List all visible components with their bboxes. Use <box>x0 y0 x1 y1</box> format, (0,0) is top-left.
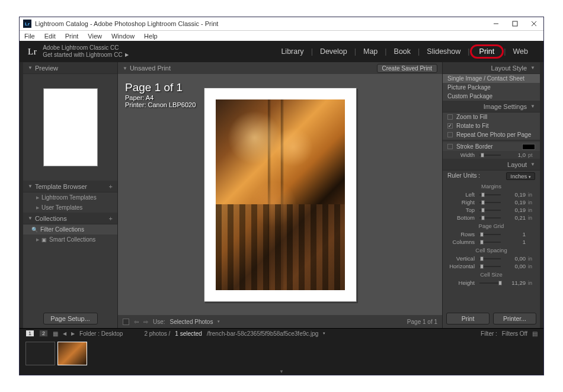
image-settings-label: Image Settings <box>484 103 527 110</box>
module-develop[interactable]: Develop <box>313 47 354 56</box>
next-page-icon[interactable]: ⇨ <box>143 319 148 325</box>
zoom-to-fill-row[interactable]: Zoom to Fill <box>443 113 540 121</box>
module-library[interactable]: Library <box>274 47 311 56</box>
stroke-border-row[interactable]: Stroke Border <box>443 142 540 151</box>
triangle-down-icon: ▼ <box>530 162 535 167</box>
checkbox-icon[interactable] <box>447 114 453 120</box>
module-web[interactable]: Web <box>506 47 535 56</box>
chevron-down-icon: ▾ <box>529 175 531 179</box>
right-collapse-handle[interactable] <box>540 62 543 328</box>
margin-slider[interactable]: Top0,19in <box>443 206 540 214</box>
margin-slider[interactable]: Bottom0,21in <box>443 214 540 221</box>
grid-slider[interactable]: Rows1 <box>443 230 540 238</box>
use-value[interactable]: Selected Photos <box>170 319 213 325</box>
layout-style-header[interactable]: Layout Style ▼ <box>443 62 540 74</box>
image-settings-header[interactable]: Image Settings ▼ <box>443 101 540 113</box>
module-print[interactable]: Print <box>470 44 504 59</box>
color-swatch[interactable] <box>522 144 535 150</box>
play-icon: ▶ <box>125 52 129 59</box>
filter-value[interactable]: Filters Off <box>502 330 527 337</box>
collections-label: Collections <box>35 215 67 222</box>
monitor-1-button[interactable]: 1 <box>25 330 34 337</box>
module-book[interactable]: Book <box>387 47 418 56</box>
cellsize-slider[interactable]: Height11,29in <box>443 279 540 287</box>
prev-page-icon[interactable]: ⇦ <box>134 319 139 325</box>
tagline[interactable]: Get started with Lightroom CC <box>43 52 123 59</box>
dropdown-icon[interactable]: ▾ <box>217 319 220 324</box>
photo-preview[interactable] <box>216 99 345 290</box>
smart-collections-item[interactable]: ▶ ▣ Smart Collections <box>23 234 117 245</box>
filter-lock-icon[interactable]: ▤ <box>532 330 538 337</box>
template-browser-header[interactable]: ▼ Template Browser + <box>23 181 117 192</box>
nav-back-icon[interactable]: ◀ <box>63 331 66 336</box>
print-canvas[interactable]: Page 1 of 1 Paper: A4 Printer: Canon LBP… <box>118 74 442 315</box>
grid-icon[interactable]: ▦ <box>53 330 58 337</box>
nav-fwd-icon[interactable]: ▶ <box>71 331 75 336</box>
folder-label[interactable]: Folder : Desktop <box>79 330 123 337</box>
preview-area <box>23 74 117 181</box>
page-info-overlay: Page 1 of 1 Paper: A4 Printer: Canon LBP… <box>125 81 196 108</box>
checkbox-icon[interactable] <box>447 144 453 149</box>
style-picture-package[interactable]: Picture Package <box>443 83 540 92</box>
ruler-units-row: Ruler Units : Inches ▾ <box>443 171 540 182</box>
window-title: Lightroom Catalog - Adobe Photoshop Ligh… <box>35 20 218 27</box>
menu-file[interactable]: File <box>20 33 40 40</box>
filename-dropdown-icon[interactable]: ▾ <box>323 331 325 336</box>
spacing-slider[interactable]: Vertical0,00in <box>443 255 540 262</box>
spacing-slider[interactable]: Horizontal0,00in <box>443 262 540 270</box>
thumbnail[interactable] <box>25 342 55 365</box>
menu-help[interactable]: Help <box>139 33 162 40</box>
maximize-button[interactable] <box>506 17 524 30</box>
user-templates-item[interactable]: ▶User Templates <box>23 203 117 213</box>
stroke-width-slider[interactable]: Width1,0pt <box>443 151 540 159</box>
menu-window[interactable]: Window <box>107 33 139 40</box>
logo: Lr <box>28 47 37 57</box>
collections-header[interactable]: ▼ Collections + <box>23 213 117 224</box>
center-toolbar: ⇦ ⇨ Use: Selected Photos ▾ Page 1 of 1 <box>118 315 442 328</box>
layout-header[interactable]: Layout ▼ <box>443 159 540 171</box>
top-bar: Lr Adobe Lightroom Classic CC Get starte… <box>20 41 543 62</box>
unsaved-print-label: Unsaved Print <box>130 65 171 72</box>
triangle-down-icon: ▼ <box>28 65 33 70</box>
footer-page-label: Page 1 of 1 <box>407 319 437 325</box>
use-label: Use: <box>153 319 165 325</box>
thumbnail-selected[interactable] <box>57 342 87 365</box>
module-map[interactable]: Map <box>356 47 385 56</box>
print-button[interactable]: Print <box>446 313 490 324</box>
style-single-image[interactable]: Single Image / Contact Sheet <box>443 74 540 83</box>
printer-button[interactable]: Printer... <box>493 313 536 324</box>
margin-slider[interactable]: Left0,19in <box>443 191 540 198</box>
module-picker: Library| Develop| Map| Book| Slideshow| … <box>274 44 535 59</box>
add-template-icon[interactable]: + <box>109 183 113 190</box>
rotate-to-fit-row[interactable]: ✓Rotate to Fit <box>443 121 540 130</box>
margin-slider[interactable]: Right0,19in <box>443 198 540 206</box>
grid-slider[interactable]: Columns1 <box>443 238 540 246</box>
filmstrip[interactable] <box>20 338 543 369</box>
filmstrip-collapse-handle[interactable]: ▼ <box>20 369 543 375</box>
page-setup-button[interactable]: Page Setup... <box>43 313 98 324</box>
checkbox-icon[interactable] <box>447 132 453 137</box>
menu-edit[interactable]: Edit <box>40 33 60 40</box>
lightroom-templates-item[interactable]: ▶Lightroom Templates <box>23 192 117 203</box>
menu-print[interactable]: Print <box>60 33 84 40</box>
triangle-down-icon: ▼ <box>28 184 33 189</box>
close-button[interactable] <box>524 17 543 30</box>
checkbox-icon[interactable]: ✓ <box>447 123 453 128</box>
add-collection-icon[interactable]: + <box>109 215 113 222</box>
module-slideshow[interactable]: Slideshow <box>420 47 468 56</box>
filter-label: Filter : <box>481 330 497 337</box>
margins-label: Margins <box>443 182 540 191</box>
menu-view[interactable]: View <box>83 33 107 40</box>
create-saved-print-button[interactable]: Create Saved Print <box>377 64 438 73</box>
repeat-photo-row[interactable]: Repeat One Photo per Page <box>443 130 540 139</box>
layout-style-label: Layout Style <box>491 65 527 72</box>
minimize-button[interactable] <box>487 17 506 30</box>
monitor-2-button[interactable]: 2 <box>39 330 48 337</box>
ruler-units-select[interactable]: Inches ▾ <box>506 172 535 180</box>
filter-collections-row[interactable]: 🔍 Filter Collections <box>23 224 117 234</box>
product-name: Adobe Lightroom Classic CC <box>43 44 129 52</box>
use-checkbox[interactable] <box>123 319 129 325</box>
app-window: Lr Lightroom Catalog - Adobe Photoshop L… <box>19 17 544 375</box>
preview-header[interactable]: ▼ Preview <box>23 62 117 74</box>
style-custom-package[interactable]: Custom Package <box>443 92 540 101</box>
